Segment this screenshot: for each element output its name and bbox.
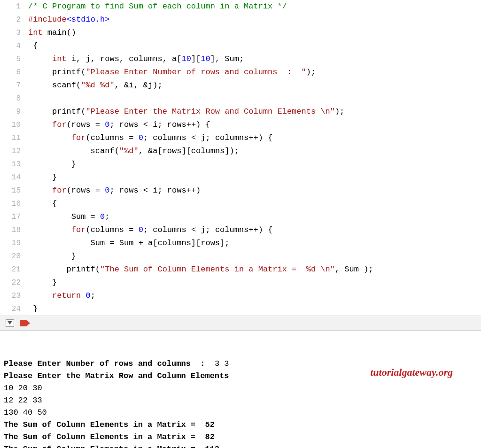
code-token: { [28, 41, 38, 50]
code-line[interactable]: } [28, 171, 481, 184]
code-token: ; columns < j; columns++) { [143, 225, 272, 234]
code-token: ; rows < i; rows++) [109, 186, 201, 195]
console-line: 12 22 33 [4, 394, 477, 407]
code-token: main() [43, 28, 76, 37]
code-token: int [52, 54, 67, 63]
code-line[interactable]: Sum = Sum + a[columns][rows]; [28, 237, 481, 250]
code-token: ], Sum; [210, 54, 244, 63]
code-token: ; columns < j; columns++) { [143, 133, 272, 142]
line-number: 3 [0, 26, 21, 39]
code-token: 0 [139, 133, 143, 142]
console-line: The Sum of Column Elements in a Matrix =… [4, 419, 477, 431]
code-token: { [28, 199, 57, 208]
dropdown-icon[interactable] [6, 319, 14, 327]
console-line: 10 20 30 [4, 382, 477, 394]
code-line[interactable]: } [28, 158, 481, 171]
code-token: int [28, 28, 43, 37]
code-line[interactable]: /* C Program to find Sum of each column … [28, 0, 481, 13]
code-token: printf( [28, 68, 85, 77]
code-token: "The Sum of Column Elements in a Matrix … [100, 265, 335, 274]
code-token: } [28, 173, 57, 182]
code-token [28, 291, 52, 300]
line-number: 16 [0, 197, 21, 210]
code-line[interactable]: for(columns = 0; columns < j; columns++)… [28, 131, 481, 145]
line-number: 7 [0, 79, 21, 92]
code-token [81, 291, 85, 300]
code-line[interactable]: { [28, 39, 481, 53]
line-number-gutter: 123456789101112131415161718192021222324 [0, 0, 28, 316]
line-number: 17 [0, 210, 21, 224]
code-line[interactable]: return 0; [28, 289, 481, 302]
code-line[interactable]: for(rows = 0; rows < i; rows++) { [28, 118, 481, 131]
code-line[interactable]: for(columns = 0; columns < j; columns++)… [28, 224, 481, 237]
code-token: ); [306, 68, 316, 77]
code-token: scanf( [28, 147, 119, 155]
code-line[interactable]: scanf("%d", &a[rows][columns]); [28, 145, 481, 158]
code-line[interactable]: printf("Please Enter Number of rows and … [28, 66, 481, 79]
code-token [28, 120, 52, 129]
code-token: (rows = [67, 120, 105, 129]
code-line[interactable]: scanf("%d %d", &i, &j); [28, 79, 481, 92]
line-number: 9 [0, 105, 21, 118]
code-token: ][ [191, 54, 201, 63]
code-line[interactable]: #include<stdio.h> [28, 13, 481, 26]
code-line[interactable]: for(rows = 0; rows < i; rows++) [28, 184, 481, 197]
code-line[interactable]: } [28, 276, 481, 289]
code-token: return [52, 291, 81, 300]
code-token: 10 [201, 54, 210, 63]
console-line: 130 40 50 [4, 407, 477, 419]
tag-icon[interactable] [20, 320, 30, 326]
code-line[interactable]: printf("The Sum of Column Elements in a … [28, 263, 481, 276]
code-line[interactable]: } [28, 302, 481, 316]
code-line[interactable]: printf("Please Enter the Matrix Row and … [28, 105, 481, 118]
watermark: tutorialgateway.org [370, 366, 453, 378]
code-token: 0 [85, 291, 90, 300]
code-editor[interactable]: 123456789101112131415161718192021222324 … [0, 0, 481, 316]
code-token: for [71, 133, 86, 142]
line-number: 2 [0, 13, 21, 26]
line-number: 14 [0, 171, 21, 184]
line-number: 11 [0, 131, 21, 145]
code-token [28, 54, 52, 63]
code-token: , &i, &j); [115, 81, 163, 90]
code-token: , Sum ); [335, 265, 373, 274]
line-number: 24 [0, 302, 21, 316]
code-line[interactable] [28, 92, 481, 105]
code-token: i, j, rows, columns, a[ [67, 54, 182, 63]
code-token: <stdio.h> [67, 15, 110, 24]
line-number: 21 [0, 263, 21, 276]
code-token: for [71, 225, 86, 234]
line-number: 4 [0, 39, 21, 53]
code-line[interactable]: Sum = 0; [28, 210, 481, 224]
code-token: 0 [139, 225, 143, 234]
code-token [28, 133, 71, 142]
line-number: 18 [0, 224, 21, 237]
code-token: "%d" [119, 147, 139, 155]
code-token: (rows = [67, 186, 105, 195]
svg-marker-0 [8, 321, 12, 324]
line-number: 5 [0, 53, 21, 66]
code-token: /* C Program to find Sum of each column … [28, 2, 287, 11]
line-number: 10 [0, 118, 21, 131]
console-line: The Sum of Column Elements in a Matrix =… [4, 443, 477, 448]
line-number: 19 [0, 237, 21, 250]
line-number: 1 [0, 0, 21, 13]
code-line[interactable]: int main() [28, 26, 481, 39]
code-token [28, 186, 52, 195]
code-token: printf( [28, 107, 85, 116]
svg-marker-1 [20, 320, 30, 326]
code-line[interactable]: } [28, 250, 481, 263]
code-content[interactable]: /* C Program to find Sum of each column … [28, 0, 481, 316]
code-token: , &a[rows][columns]); [139, 147, 239, 155]
code-line[interactable]: int i, j, rows, columns, a[10][10], Sum; [28, 53, 481, 66]
code-token: } [28, 304, 38, 313]
code-token: 0 [105, 186, 109, 195]
console-output: tutorialgateway.org Please Enter Number … [0, 331, 481, 448]
code-token: } [28, 278, 57, 287]
code-token: (columns = [85, 225, 138, 234]
code-line[interactable]: { [28, 197, 481, 210]
code-token: ; rows < i; rows++) { [109, 120, 210, 129]
code-token: 0 [100, 212, 105, 221]
code-token: #include [28, 15, 67, 24]
code-token: Sum = [28, 212, 100, 221]
